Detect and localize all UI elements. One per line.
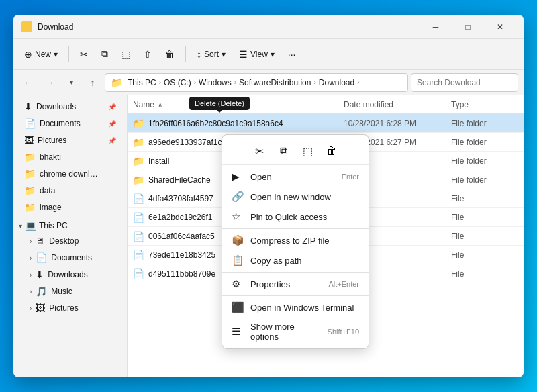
sort-button[interactable]: ↕ Sort ▾ [191,44,231,65]
this-pc-header[interactable]: ▾ 💻 This PC [13,216,127,232]
recent-button[interactable]: ▾ [62,73,81,92]
ctx-delete-button[interactable]: 🗑 [321,140,342,162]
breadcrumb-thispc[interactable]: This PC [128,78,156,87]
col-name-header: Name ∧ [133,100,344,109]
sidebar-item-bhakti[interactable]: 📁 bhakti [16,149,124,165]
paste-button[interactable]: ⬚ [116,44,136,65]
view-arrow: ▾ [271,50,275,59]
ctx-copy-path-label: Copy as path [250,256,359,266]
ctx-item-open-new[interactable]: 🔗 Open in new window [222,187,369,207]
sidebar-item-dl[interactable]: › ⬇ Downloads [21,266,124,283]
ctx-item-properties[interactable]: ⚙ Properties Alt+Enter [222,274,369,294]
minimize-button[interactable]: ─ [420,17,451,36]
window-controls: ─ □ ✕ [420,17,516,36]
more-button[interactable]: ··· [283,44,301,65]
table-row[interactable]: 📁 1fb26ff0616a6b2c80c9a1c9a158a6c4 10/28… [128,114,524,133]
search-input[interactable] [411,73,518,92]
breadcrumb-softwaredist[interactable]: SoftwareDistribution [239,78,311,87]
sidebar-item-pics[interactable]: › 🖼 Pictures [21,300,124,316]
breadcrumb-windows[interactable]: Windows [199,78,232,87]
ctx-pin-label: Pin to Quick access [250,212,359,222]
new-label: New [35,50,51,59]
back-button[interactable]: ← [19,73,38,92]
breadcrumb-sep-1: › [159,79,161,86]
file-type: File folder [451,156,518,166]
toolbar-divider-1 [68,46,69,62]
paste-icon: ⬚ [121,49,130,60]
ctx-item-pin[interactable]: ☆ Pin to Quick access [222,207,369,227]
close-button[interactable]: ✕ [485,17,516,36]
breadcrumb-download[interactable]: Download [319,78,354,87]
folder-icon: 📁 [133,137,144,148]
documents-icon: 📄 [24,118,36,129]
ctx-new-window-icon: 🔗 [232,191,244,203]
thispc-children: › 🖥 Desktop › 📄 Documents › ⬇ Downloads … [13,233,127,316]
ctx-item-compress[interactable]: 📦 Compress to ZIP file [222,230,369,250]
file-type: File [451,213,518,222]
sort-label: Sort [204,50,219,59]
context-menu[interactable]: ✂ ⧉ ⬚ 🗑 ▶ Open Enter 🔗 Open in new windo… [222,134,369,349]
ctx-item-copy-path[interactable]: 📋 Copy as path [222,250,369,271]
view-button[interactable]: ☰ View ▾ [234,44,280,65]
desktop-icon: 🖥 [36,236,45,246]
sidebar-item-chrome[interactable]: 📁 chrome downl… [16,166,124,182]
sidebar-item-documents[interactable]: 📄 Documents 📌 [16,115,124,132]
ctx-item-terminal[interactable]: ⬛ Open in Windows Terminal [222,297,369,317]
file-icon: 📄 [133,212,144,223]
view-label: View [250,50,268,59]
new-button[interactable]: ⊕ New ▾ [19,44,63,65]
thispc-label: This PC [39,221,68,230]
sort-asc-icon: ∧ [158,101,162,109]
sidebar-item-downloads[interactable]: ⬇ Downloads 📌 [16,99,124,115]
chrome-icon: 📁 [24,168,36,179]
breadcrumb-osc[interactable]: OS (C:) [164,78,191,87]
window-title: Download [38,22,420,32]
sidebar-label-chrome: chrome downl… [40,169,98,179]
sidebar-item-music[interactable]: › 🎵 Music [21,283,124,299]
file-type: File [451,194,518,203]
toolbar-divider-2 [185,46,186,62]
ctx-copy-button[interactable]: ⧉ [273,140,294,162]
breadcrumb[interactable]: 📁 This PC › OS (C:) › Windows › Software… [105,73,408,92]
ctx-compress-label: Compress to ZIP file [250,236,359,246]
ctx-cut-button[interactable]: ✂ [248,140,270,162]
sidebar-item-pictures[interactable]: 🖼 Pictures 📌 [16,132,124,148]
pin-icon: 📌 [108,103,116,111]
ctx-copy-path-icon: 📋 [232,254,244,266]
explorer-window: Download ─ □ ✕ ⊕ New ▾ ✂ ⧉ ⬚ ⇧ 🗑 [13,15,524,377]
maximize-button[interactable]: □ [452,17,483,36]
cut-icon: ✂ [80,49,88,60]
file-icon: 📄 [133,193,144,204]
sidebar-item-data[interactable]: 📁 data [16,183,124,199]
share-button[interactable]: ⇧ [138,44,157,65]
up-button[interactable]: ↑ [83,73,102,92]
sidebar-item-docs[interactable]: › 📄 Documents [21,250,124,266]
ctx-open-shortcut: Enter [342,173,359,181]
copy-button[interactable]: ⧉ [96,44,113,65]
sidebar-label-dl: Downloads [48,270,87,279]
copy-icon: ⧉ [101,48,108,60]
more-icon: ··· [288,49,296,60]
file-icon: 📄 [133,268,144,279]
sidebar-item-desktop[interactable]: › 🖥 Desktop [21,233,124,249]
delete-button[interactable]: 🗑 [160,44,180,65]
downloads-icon: ⬇ [24,101,32,112]
ctx-separator-3 [222,295,369,296]
ctx-properties-label: Properties [250,279,322,289]
ctx-properties-icon: ⚙ [232,278,244,290]
cut-button[interactable]: ✂ [75,44,93,65]
docs-icon: 📄 [36,252,47,263]
sidebar: ⬇ Downloads 📌 📄 Documents 📌 🖼 Pictures 📌… [13,95,128,377]
ctx-item-more-options[interactable]: ☰ Show more options Shift+F10 [222,317,369,346]
ctx-paste-button[interactable]: ⬚ [297,140,318,162]
pictures-icon: 🖼 [24,135,34,146]
forward-button[interactable]: → [40,73,59,92]
ctx-separator-1 [222,228,369,229]
sidebar-label-downloads: Downloads [36,102,76,111]
file-type: File [451,232,518,241]
ctx-separator-2 [222,272,369,273]
music-chevron: › [30,288,32,295]
ctx-item-open[interactable]: ▶ Open Enter [222,166,369,187]
file-type: File folder [451,175,518,185]
sidebar-item-image[interactable]: 📁 image [16,199,124,215]
